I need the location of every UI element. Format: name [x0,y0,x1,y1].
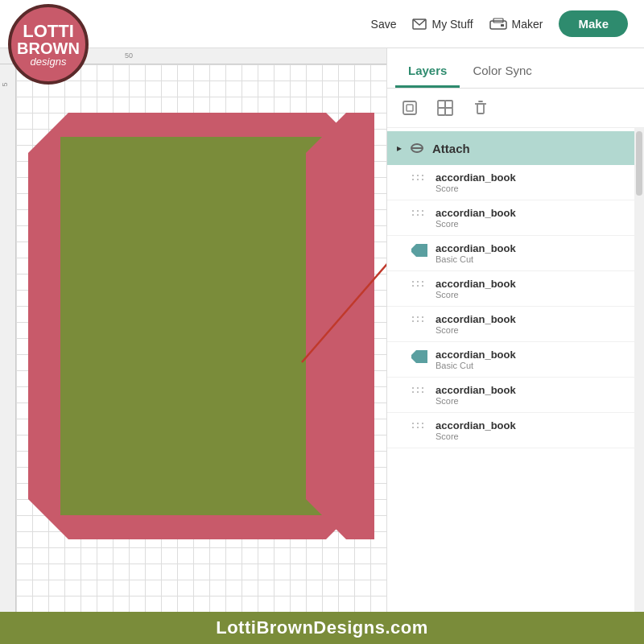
screenshot-icon[interactable] [398,97,421,119]
logo-designs: designs [31,56,67,67]
ruler-number: 50 [125,52,133,60]
make-button[interactable]: Make [559,10,628,37]
layer-item-name: accordian_book [436,242,633,254]
score-icon [411,173,427,183]
layer-item-type: Score [436,325,633,335]
svg-rect-14 [445,108,452,115]
layer-item[interactable]: accordian_book Score [387,413,644,448]
layer-item-type: Score [436,290,633,299]
svg-marker-45 [411,350,427,363]
chevron-right-icon: ▸ [397,142,402,154]
svg-marker-32 [411,244,427,257]
attach-group-row[interactable]: ▸ Attach [387,131,644,165]
footer: LottiBrownDesigns.com [0,612,644,644]
attach-link-icon [408,139,426,157]
layer-item[interactable]: accordian_book Score [387,271,644,307]
mail-icon [412,19,427,30]
logo: LOTTI BROWN designs [8,4,89,85]
layer-item-name: accordian_book [436,278,633,290]
crop-icon [401,99,419,117]
header: LOTTI BROWN designs Save My Stuff Maker … [0,0,644,48]
score-icon [411,421,427,431]
layer-item-name: accordian_book [436,313,633,325]
layer-item-type: Score [436,431,633,441]
layer-item[interactable]: accordian_book Score [387,307,644,342]
layer-item-name: accordian_book [436,384,633,396]
layer-item[interactable]: accordian_book Basic Cut [387,236,644,271]
svg-rect-12 [445,101,452,108]
layer-item[interactable]: accordian_book Score [387,200,644,236]
mystuff-link[interactable]: My Stuff [412,18,473,31]
delete-icon[interactable] [469,97,492,119]
grid-canvas[interactable] [16,64,386,612]
layer-item-name: accordian_book [436,349,633,361]
layer-item-name: accordian_book [436,171,633,184]
ruler-side-number: 5 [1,82,9,86]
svg-rect-9 [403,101,416,114]
score-icon [411,208,427,218]
layer-item-text: accordian_book Basic Cut [436,349,633,370]
main-layout: 50 5 Layers [0,48,644,612]
layer-item-text: accordian_book Score [436,278,633,299]
scrollbar-track[interactable] [634,128,644,612]
svg-rect-13 [438,108,445,115]
layer-toolbar [387,89,644,128]
layer-item-text: accordian_book Score [436,419,633,441]
layer-item[interactable]: accordian_book Score [387,165,644,200]
layer-item-text: accordian_book Score [436,313,633,335]
header-nav: Save My Stuff Maker Make [371,10,628,37]
ruler-side: 5 [0,64,16,612]
svg-rect-15 [477,104,484,114]
layer-item-type: Score [436,396,633,406]
svg-rect-3 [501,24,504,27]
save-link[interactable]: Save [371,18,397,31]
layer-item-name: accordian_book [436,207,633,219]
logo-lotti: LOTTI [23,23,74,40]
scrollbar-thumb[interactable] [636,131,642,196]
layer-item-type: Basic Cut [436,254,633,264]
score-icon [411,279,427,289]
cut-icon [411,350,427,363]
maker-icon [489,18,507,31]
right-panel: Layers Color Sync [386,48,644,612]
layer-list[interactable]: ▸ Attach [387,128,644,612]
layer-item-text: accordian_book Score [436,171,633,193]
canvas-area: 50 5 [0,48,386,612]
layer-item-type: Score [436,184,633,193]
score-icon [411,315,427,324]
canvas-shapes [16,64,386,612]
layer-item[interactable]: accordian_book Score [387,378,644,413]
svg-rect-11 [438,101,445,108]
logo-brown: BROWN [17,40,80,56]
group-svg-icon [436,99,454,117]
save-label: Save [371,18,397,31]
svg-rect-10 [407,105,413,111]
maker-link[interactable]: Maker [489,18,543,31]
svg-marker-6 [306,113,374,539]
tab-layers[interactable]: Layers [395,56,460,88]
tab-colorsync[interactable]: Color Sync [460,56,544,88]
trash-svg-icon [472,99,489,117]
score-icon [411,386,427,395]
group-icon[interactable] [434,97,456,119]
attach-label: Attach [432,142,470,155]
layer-items-container: accordian_book Score accordian_book Scor… [387,165,644,448]
cut-icon [411,244,427,257]
mystuff-label: My Stuff [431,18,473,31]
layer-item-text: accordian_book Score [436,384,633,406]
maker-label: Maker [512,18,543,31]
footer-text: LottiBrownDesigns.com [216,617,428,638]
svg-rect-5 [60,137,334,515]
tabs-bar: Layers Color Sync [387,48,644,89]
layer-item-text: accordian_book Basic Cut [436,242,633,264]
layer-item-name: accordian_book [436,419,633,431]
layer-item-text: accordian_book Score [436,207,633,229]
layer-item[interactable]: accordian_book Basic Cut [387,342,644,378]
layer-item-type: Score [436,219,633,229]
layer-item-type: Basic Cut [436,361,633,370]
